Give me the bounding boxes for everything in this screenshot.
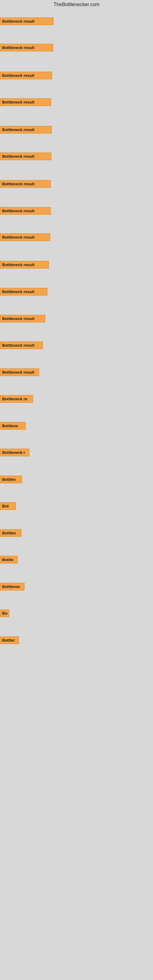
bottleneck-result-item: Bottleneck result	[0, 288, 48, 296]
bottleneck-result-item: Bo	[0, 609, 9, 617]
bottleneck-result-item: Bot	[0, 502, 16, 510]
bottleneck-result-item: Bottleneck result	[0, 315, 45, 323]
bottleneck-result-item: Bottlenec	[0, 583, 24, 590]
bottleneck-result-item: Bottlen	[0, 476, 22, 483]
bottleneck-result-item: Bottleneck result	[0, 44, 53, 51]
site-title: TheBottlenecker.com	[0, 0, 153, 10]
bottleneck-result-item: Bottleneck result	[0, 207, 51, 215]
bottleneck-result-item: Bottleneck result	[0, 98, 51, 106]
bottleneck-result-item: Bottle	[0, 556, 18, 563]
bottleneck-result-item: Bottleneck result	[0, 126, 52, 134]
bottleneck-result-item: Bottleneck result	[0, 233, 50, 241]
bottleneck-result-item: Bottleneck result	[0, 261, 49, 269]
bottleneck-result-item: Bottler	[0, 636, 19, 644]
bottleneck-result-item: Bottleneck re	[0, 395, 33, 403]
bottleneck-result-item: Bottleneck result	[0, 72, 52, 79]
bottleneck-result-item: Bottleneck result	[0, 153, 51, 160]
bottleneck-result-item: Bottleneck r	[0, 449, 29, 456]
bottleneck-result-item: Bottleneck result	[0, 342, 43, 349]
bottleneck-result-item: Bottlen	[0, 529, 21, 537]
bottleneck-result-item: Bottleneck result	[0, 180, 51, 188]
bottleneck-result-item: Bottleneck result	[0, 368, 39, 376]
bottleneck-result-item: Bottleneck result	[0, 18, 54, 25]
bottleneck-result-item: Bottlene	[0, 422, 26, 430]
